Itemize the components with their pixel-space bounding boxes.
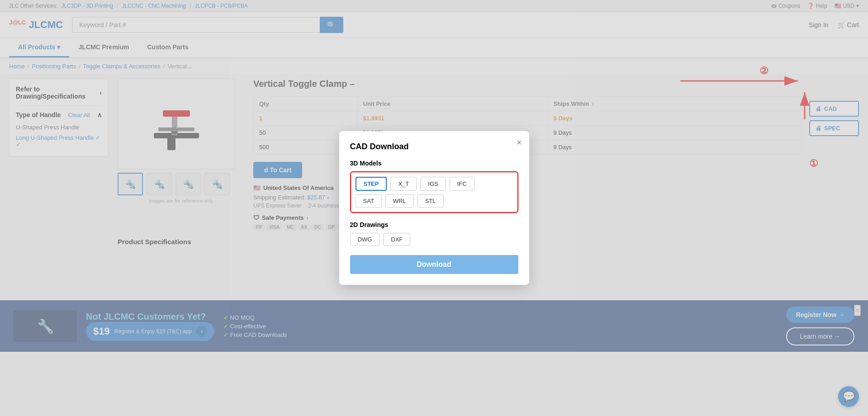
opt-dwg[interactable]: DWG xyxy=(350,233,380,246)
modal-3d-row2: SAT WRL STL xyxy=(356,194,513,208)
modal-3d-title: 3D Models xyxy=(350,160,518,167)
opt-ifc[interactable]: IFC xyxy=(450,177,474,191)
opt-wrl[interactable]: WRL xyxy=(385,194,414,208)
modal-2d-section: 2D Drawings DWG DXF xyxy=(350,221,518,246)
modal-3d-options: STEP X_T IGS IFC SAT WRL STL xyxy=(350,171,518,213)
modal-3d-row1: STEP X_T IGS IFC xyxy=(356,177,513,191)
opt-igs[interactable]: IGS xyxy=(420,177,446,191)
opt-dxf[interactable]: DXF xyxy=(383,233,410,246)
opt-stl[interactable]: STL xyxy=(417,194,444,208)
download-button[interactable]: Download xyxy=(350,255,518,274)
modal-2d-options: DWG DXF xyxy=(350,233,518,246)
modal-title: CAD Download xyxy=(350,142,518,151)
opt-sat[interactable]: SAT xyxy=(356,194,382,208)
opt-x_t[interactable]: X_T xyxy=(390,177,417,191)
modal-close-button[interactable]: × xyxy=(517,137,522,148)
modal-2d-title: 2D Drawings xyxy=(350,221,518,228)
modal-overlay[interactable]: CAD Download × 3D Models STEP X_T IGS IF… xyxy=(0,0,868,352)
opt-step[interactable]: STEP xyxy=(356,177,387,191)
cad-download-modal: CAD Download × 3D Models STEP X_T IGS IF… xyxy=(339,131,529,285)
